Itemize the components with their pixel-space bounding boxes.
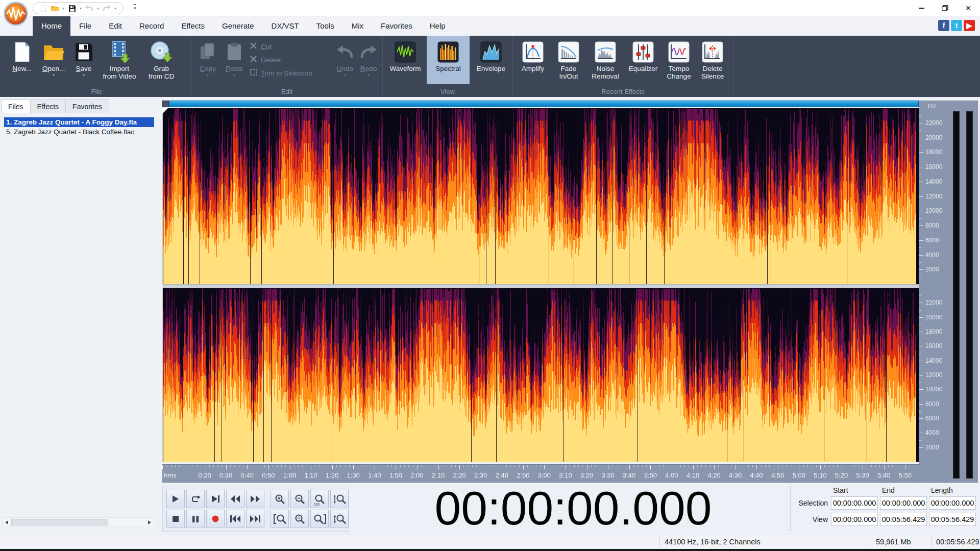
loop-button[interactable] (186, 490, 205, 508)
minimize-button[interactable] (910, 0, 933, 16)
fade-in-out-button[interactable]: Fade In/Out (551, 36, 586, 84)
sidebar-tab[interactable]: Files (1, 99, 30, 113)
time-tick (226, 465, 227, 469)
sidebar-horizontal-scrollbar[interactable] (2, 517, 154, 527)
close-button[interactable]: × (957, 0, 980, 16)
quick-redo-icon[interactable] (102, 3, 112, 13)
menu-tab[interactable]: Help (421, 16, 454, 36)
zoom-full-button[interactable] (290, 510, 309, 528)
time-tick (791, 465, 791, 467)
zoom-in-button[interactable] (271, 490, 289, 508)
scroll-right-arrow-icon[interactable] (145, 518, 154, 527)
file-list-item[interactable]: 5. Zagreb Jazz Quartet - Black Coffee.fl… (4, 127, 154, 137)
customize-quick-access-button[interactable]: ▾ (134, 4, 136, 11)
time-tick (230, 465, 231, 467)
time-tick (417, 465, 418, 469)
amplify-button[interactable]: Amplify (515, 36, 551, 84)
open-button[interactable]: Open... ▾ (38, 36, 69, 84)
view-start-field[interactable]: 00:00:00.000 (831, 513, 878, 526)
zoom-selection-end-button[interactable] (310, 510, 329, 528)
quick-undo-caret-icon[interactable]: ▾ (95, 6, 101, 11)
twitter-icon[interactable]: t (951, 20, 962, 31)
maximize-button[interactable] (933, 0, 957, 16)
cut-menu-item[interactable]: Cut (248, 40, 333, 53)
quick-open-folder-icon[interactable] (50, 3, 60, 13)
menu-tab[interactable]: Favorites (372, 16, 421, 36)
freq-label: 20000 (925, 134, 942, 141)
menu-tab[interactable]: Effects (173, 16, 213, 36)
waveform-view-button[interactable]: Waveform (384, 36, 427, 84)
redo-button[interactable]: Redo ▾ (357, 36, 380, 84)
delete-menu-item[interactable]: Delete (248, 53, 333, 66)
save-button[interactable]: Save ▾ (69, 36, 98, 84)
save-caret-icon[interactable]: ▾ (83, 72, 85, 79)
amplify-icon (522, 39, 544, 65)
scrollbar-thumb[interactable] (11, 519, 108, 525)
menu-tab[interactable]: Generate (213, 16, 263, 36)
selection-start-field[interactable]: 00:00:00.000 (831, 496, 878, 510)
quick-save-caret-icon[interactable]: ▾ (78, 6, 83, 11)
fast-forward-button[interactable] (246, 490, 264, 508)
time-tick (859, 465, 859, 467)
status-length: 00:05:56.429 (936, 535, 979, 549)
spectrogram-channel-1[interactable] (162, 108, 919, 284)
zoom-100-button[interactable]: 100 (310, 490, 329, 508)
zoom-out-button[interactable] (290, 490, 309, 508)
copy-button[interactable]: Copy ▾ (194, 36, 221, 84)
zoom-vertical-out-button[interactable] (330, 510, 349, 528)
menu-tab[interactable]: Record (131, 16, 173, 36)
scroll-left-arrow-icon[interactable] (3, 518, 11, 527)
import-from-video-button[interactable]: Import from Video (98, 36, 141, 84)
quick-new-icon[interactable] (38, 3, 48, 13)
grab-from-cd-button[interactable]: Grab from CD (141, 36, 182, 84)
paste-button[interactable]: Paste ▾ (221, 36, 248, 84)
menu-tab[interactable]: Tools (308, 16, 343, 36)
zoom-vertical-in-button[interactable] (330, 490, 349, 508)
quick-undo-icon[interactable] (84, 3, 94, 13)
menu-tab[interactable]: Home (33, 16, 70, 36)
selection-end-field[interactable]: 00:00:00.000 (880, 496, 927, 510)
play-to-end-button[interactable] (206, 490, 225, 508)
sidebar-tab[interactable]: Favorites (65, 99, 109, 113)
zoom-selection-start-button[interactable] (271, 510, 289, 528)
youtube-icon[interactable]: ▶ (964, 20, 975, 31)
quick-save-icon[interactable] (67, 3, 77, 13)
sidebar-tab[interactable]: Effects (30, 99, 66, 113)
file-list-item[interactable]: 1. Zagreb Jazz Quartet - A Foggy Day.fla (4, 117, 154, 127)
record-button[interactable] (206, 510, 225, 528)
new-button[interactable]: New... (6, 36, 38, 84)
go-to-start-button[interactable] (226, 510, 244, 528)
go-to-end-button[interactable] (246, 510, 264, 528)
menu-tab[interactable]: Mix (343, 16, 372, 36)
view-length-field[interactable]: 00:05:56.429 (929, 513, 976, 526)
position-bar-track[interactable] (169, 101, 919, 107)
stop-button[interactable] (166, 510, 185, 528)
equalizer-button[interactable]: Equalizer (624, 36, 662, 84)
tempo-change-label2: Change (667, 72, 691, 80)
noise-removal-button[interactable]: Noise Removal (586, 36, 624, 84)
play-button[interactable] (166, 490, 185, 508)
undo-button[interactable]: Undo ▾ (333, 36, 357, 84)
playback-cursor-marker[interactable] (162, 108, 168, 114)
menu-tab[interactable]: File (70, 16, 100, 36)
spectral-view-button[interactable]: Spectral (427, 36, 470, 84)
horizontal-position-bar[interactable] (162, 101, 919, 107)
pause-button[interactable] (186, 510, 205, 528)
facebook-icon[interactable]: f (938, 20, 949, 31)
amplify-label1: Amplify (522, 65, 544, 72)
menu-tab[interactable]: Edit (100, 16, 131, 36)
quick-open-caret-icon[interactable]: ▾ (61, 6, 66, 11)
channel-divider[interactable] (162, 284, 919, 288)
rewind-button[interactable] (226, 490, 244, 508)
open-caret-icon[interactable]: ▾ (53, 72, 55, 79)
menu-tab[interactable]: DX/VST (263, 16, 308, 36)
trim-to-selection-menu-item[interactable]: Trim to Selection (248, 66, 333, 80)
delete-silence-button[interactable]: Delete Silence (696, 36, 729, 84)
envelope-view-button[interactable]: Envelope (470, 36, 512, 84)
time-ruler[interactable]: hms 0:200:300:400:501:001:101:201:301:40… (162, 464, 919, 483)
selection-length-field[interactable]: 00:00:00.000 (929, 496, 976, 510)
tempo-change-button[interactable]: Tempo Change (662, 36, 696, 84)
view-end-field[interactable]: 00:05:56.429 (880, 513, 927, 526)
spectrogram-channel-2[interactable] (162, 288, 919, 462)
quick-redo-caret-icon[interactable]: ▾ (113, 6, 118, 11)
